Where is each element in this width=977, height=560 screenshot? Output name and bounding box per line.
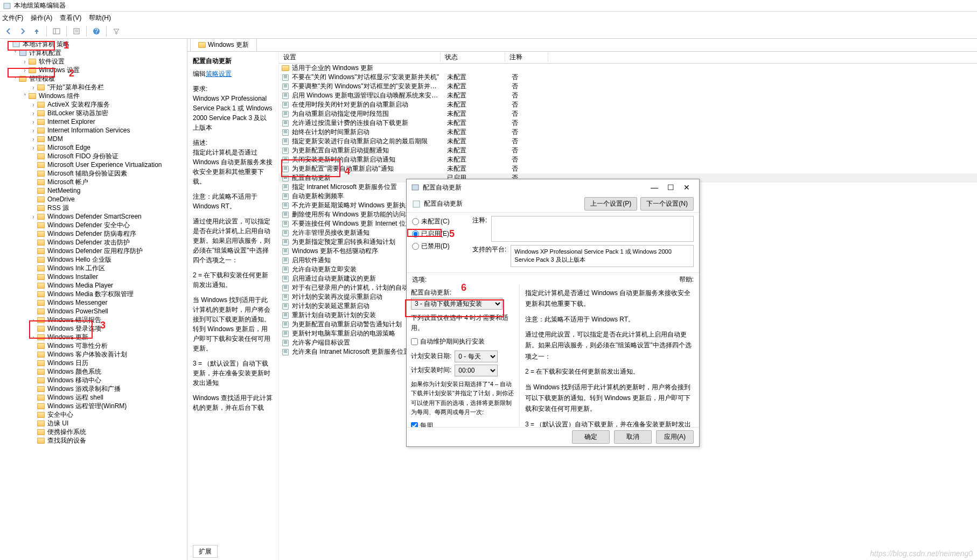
list-setting-row[interactable]: 不要在"关闭 Windows"对话框显示"安装更新并关机"未配置否 [279, 73, 977, 82]
up-button[interactable] [30, 25, 43, 38]
tree-pane[interactable]: 本地计算机 策略 ˅计算机配置 ›软件设置 ›Windows 设置 ˅管理模板 … [0, 39, 187, 560]
apply-button[interactable]: 应用(A) [656, 430, 694, 444]
tree-item[interactable]: Windows 客户体验改善计划 [0, 350, 187, 359]
schedule-time-select[interactable]: 00:00 [455, 365, 498, 376]
comment-input[interactable] [491, 216, 694, 242]
tree-software-settings[interactable]: ›软件设置 [0, 57, 187, 66]
maximize-button[interactable]: ☐ [662, 181, 679, 194]
tree-item[interactable]: Microsoft FIDO 身份验证 [0, 152, 187, 160]
next-setting-button[interactable]: 下一个设置(N) [640, 197, 694, 211]
tree-item[interactable]: 安全中心 [0, 410, 187, 419]
menu-view[interactable]: 查看(V) [60, 13, 81, 23]
tree-item[interactable]: ›BitLocker 驱动器加密 [0, 109, 187, 117]
tree-start-menu[interactable]: ›"开始"菜单和任务栏 [0, 83, 187, 92]
tree-item[interactable]: Windows Installer [0, 272, 187, 281]
tree-item[interactable]: ›Windows Defender SmartScreen [0, 212, 187, 221]
list-folder-row[interactable]: 适用于企业的 Windows 更新 [279, 64, 977, 73]
tree-item[interactable]: ›Windows 错误报告 [0, 316, 187, 324]
list-setting-row[interactable]: 不要调整"关闭 Windows"对话框里的"安装更新并关机"的默...未配置否 [279, 82, 977, 91]
minimize-button[interactable]: — [646, 181, 662, 194]
list-setting-row[interactable]: 在使用时段关闭针对更新的自动重新启动未配置否 [279, 100, 977, 109]
tree-item[interactable]: Microsoft User Experience Virtualization [0, 160, 187, 169]
tree-item[interactable]: Windows Hello 企业版 [0, 255, 187, 264]
tree-item[interactable]: ›MDM [0, 135, 187, 143]
cb-maintenance[interactable]: 自动维护期间执行安装 [411, 337, 515, 347]
radio-enabled[interactable]: 已启用(E) [412, 229, 466, 239]
forward-button[interactable] [16, 25, 29, 38]
list-setting-row[interactable]: 指定更新安装进行自动重新启动之前的最后期限未配置否 [279, 137, 977, 146]
menu-help[interactable]: 帮助(H) [89, 13, 111, 23]
extended-tab[interactable]: 扩展 [193, 545, 218, 558]
tree-item[interactable]: Windows Media 数字权限管理 [0, 290, 187, 298]
tree-label: Windows 客户体验改善计划 [47, 350, 127, 359]
tree-item[interactable]: Windows 颜色系统 [0, 367, 187, 376]
tree-windows-settings[interactable]: ›Windows 设置 [0, 66, 187, 74]
list-setting-row[interactable]: 允许通过按流量计费的连接自动下载更新未配置否 [279, 118, 977, 128]
tree-item[interactable]: Windows Defender 攻击防护 [0, 238, 187, 247]
tree-item[interactable]: ›ActiveX 安装程序服务 [0, 100, 187, 109]
tree-item[interactable]: Windows Defender 应用程序防护 [0, 247, 187, 255]
tree-item[interactable]: Windows Defender 防病毒程序 [0, 229, 187, 238]
tree-root[interactable]: 本地计算机 策略 [0, 40, 187, 48]
tree-item[interactable]: Windows Media Player [0, 281, 187, 290]
tree-item[interactable]: ›Microsoft Edge [0, 143, 187, 152]
radio-unconfigured[interactable]: 未配置(C) [412, 217, 466, 226]
tree-item[interactable]: ›Internet Information Services [0, 126, 187, 135]
col-state[interactable]: 状态 [441, 53, 505, 62]
list-setting-row[interactable]: 关闭安装更新时的自动重新启动通知未配置否 [279, 155, 977, 164]
tree-item[interactable]: Windows 登录选项 [0, 324, 187, 333]
tree-admin-templates[interactable]: ˅管理模板 [0, 74, 187, 83]
tree-item[interactable]: OneDrive [0, 195, 187, 204]
tree-item[interactable]: Windows 远程 shell [0, 393, 187, 402]
list-setting-row[interactable]: 为更新配置"需要自动重新启动"通知未配置否 [279, 164, 977, 173]
auto-update-mode-select[interactable]: 3 - 自动下载并通知安装 [411, 298, 503, 310]
tab-windows-update[interactable]: Windows 更新 [190, 38, 257, 51]
filter-button[interactable] [110, 25, 123, 38]
ok-button[interactable]: 确定 [572, 430, 610, 444]
col-setting[interactable]: 设置 [279, 53, 441, 62]
list-setting-row[interactable]: 始终在计划的时间重新启动未配置否 [279, 128, 977, 137]
cb-weekly[interactable]: 每周 [411, 421, 515, 427]
properties-button[interactable] [70, 25, 83, 38]
list-setting-row[interactable]: 启用 Windows 更新电源管理以自动唤醒系统来安装计划的...未配置否 [279, 91, 977, 100]
tree-item[interactable]: RSS 源 [0, 204, 187, 212]
tree-item[interactable]: ›Windows 更新 [0, 333, 187, 341]
tree-item[interactable]: Windows 游戏录制和广播 [0, 384, 187, 393]
tree-item[interactable]: Windows 日历 [0, 359, 187, 367]
dialog-titlebar[interactable]: 配置自动更新 — ☐ ✕ [407, 179, 699, 195]
folder-icon [37, 324, 45, 333]
toolbar-separator [66, 26, 67, 37]
tree-item[interactable]: Windows 远程管理(WinRM) [0, 402, 187, 410]
list-setting-row[interactable]: 为自动重新启动指定使用时段范围未配置否 [279, 109, 977, 118]
tree-windows-components[interactable]: ˅Windows 组件 [0, 92, 187, 100]
tree-item[interactable]: 便携操作系统 [0, 428, 187, 436]
edit-policy-link[interactable]: 策略设置 [206, 70, 232, 78]
back-button[interactable] [2, 25, 15, 38]
tree-item[interactable]: Windows 可靠性分析 [0, 341, 187, 350]
tree-item[interactable]: Windows Defender 安全中心 [0, 221, 187, 229]
tree-item[interactable]: 边缘 UI [0, 419, 187, 428]
tree-item[interactable]: 查找我的设备 [0, 436, 187, 445]
list-setting-row[interactable]: 为更新配置自动重新启动提醒通知未配置否 [279, 146, 977, 155]
tree-computer-config[interactable]: ˅计算机配置 [0, 48, 187, 57]
tree-item[interactable]: Windows 移动中心 [0, 376, 187, 384]
menu-action[interactable]: 操作(A) [31, 13, 52, 23]
tree-item[interactable]: Windows Ink 工作区 [0, 264, 187, 272]
tree-item[interactable]: Windows PowerShell [0, 307, 187, 316]
schedule-day-select[interactable]: 0 - 每天 [455, 351, 498, 362]
cancel-button[interactable]: 取消 [614, 430, 652, 444]
tree-item[interactable]: NetMeeting [0, 186, 187, 195]
tree-item[interactable]: Microsoft 辅助身份验证因素 [0, 169, 187, 178]
tree-item[interactable]: ›Internet Explorer [0, 117, 187, 126]
setting-icon [281, 129, 290, 136]
tree-label: NetMeeting [47, 187, 80, 194]
col-comment[interactable]: 注释 [505, 53, 548, 62]
radio-disabled[interactable]: 已禁用(D) [412, 242, 466, 251]
menu-file[interactable]: 文件(F) [2, 13, 23, 23]
tree-item[interactable]: Windows Messenger [0, 298, 187, 307]
prev-setting-button[interactable]: 上一个设置(P) [584, 197, 637, 211]
tree-item[interactable]: Microsoft 帐户 [0, 178, 187, 186]
help-button[interactable]: ? [90, 25, 103, 38]
show-hide-button[interactable] [50, 25, 63, 38]
close-button[interactable]: ✕ [679, 181, 695, 194]
